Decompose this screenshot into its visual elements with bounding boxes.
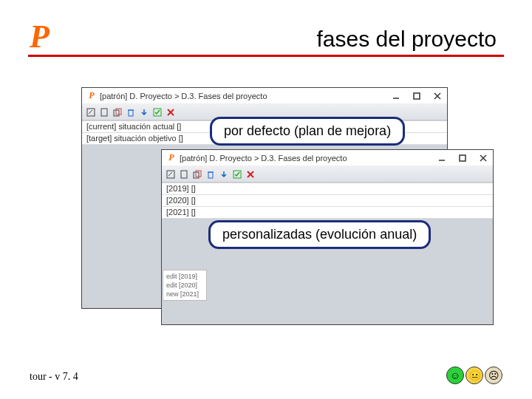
close-icon[interactable] bbox=[477, 151, 490, 165]
down-icon[interactable] bbox=[138, 106, 150, 118]
svg-rect-4 bbox=[87, 109, 95, 116]
svg-rect-21 bbox=[208, 172, 213, 178]
window-front-titlebar[interactable]: P [patrón] D. Proyecto > D.3. Fases del … bbox=[162, 150, 493, 166]
window-front-title: [patrón] D. Proyecto > D.3. Fases del pr… bbox=[180, 154, 347, 163]
app-icon: P bbox=[86, 91, 97, 101]
down-icon[interactable] bbox=[218, 168, 230, 180]
window-back-title: [patrón] D. Proyecto > D.3. Fases del pr… bbox=[100, 92, 267, 100]
svg-rect-18 bbox=[181, 171, 187, 178]
history-row: edit [2019] bbox=[166, 272, 203, 281]
header-divider bbox=[28, 55, 504, 57]
footer-version: tour - v 7. 4 bbox=[30, 371, 78, 383]
svg-rect-17 bbox=[167, 171, 174, 178]
history-box: edit [2019] edit [2020] new [2021] bbox=[163, 270, 207, 301]
direct-icon[interactable] bbox=[231, 168, 243, 180]
window-back-titlebar[interactable]: P [patrón] D. Proyecto > D.3. Fases del … bbox=[82, 88, 447, 104]
close-icon[interactable] bbox=[431, 89, 444, 103]
callout-custom: personalizadas (evolución anual) bbox=[208, 220, 431, 249]
svg-rect-1 bbox=[414, 93, 420, 99]
callout-default-label: por defecto (plan de mejora) bbox=[224, 123, 391, 138]
close-action-icon[interactable] bbox=[165, 106, 177, 118]
svg-rect-14 bbox=[460, 155, 466, 161]
history-row: new [2021] bbox=[166, 290, 203, 299]
svg-rect-8 bbox=[129, 110, 133, 116]
history-row: edit [2020] bbox=[166, 281, 203, 290]
app-icon: P bbox=[166, 153, 177, 163]
face-sad-icon[interactable]: ☹ bbox=[485, 366, 502, 384]
close-action-icon[interactable] bbox=[245, 168, 256, 180]
copy-icon[interactable] bbox=[191, 168, 203, 180]
minimize-icon[interactable] bbox=[435, 151, 449, 165]
window-front-toolbar bbox=[162, 166, 493, 183]
page-title: fases del proyecto bbox=[317, 27, 497, 52]
list-item[interactable]: [2021] [] bbox=[162, 207, 493, 219]
copy-icon[interactable] bbox=[112, 106, 123, 118]
callout-custom-label: personalizadas (evolución anual) bbox=[222, 227, 417, 242]
face-neutral-icon[interactable]: 😐 bbox=[466, 366, 483, 384]
delete-icon[interactable] bbox=[205, 168, 216, 180]
delete-icon[interactable] bbox=[125, 106, 137, 118]
edit-icon[interactable] bbox=[165, 168, 177, 180]
direct-icon[interactable] bbox=[151, 106, 163, 118]
edit-icon[interactable] bbox=[85, 106, 97, 118]
list-item[interactable]: [2019] [] bbox=[162, 183, 493, 195]
new-icon[interactable] bbox=[178, 168, 190, 180]
callout-default: por defecto (plan de mejora) bbox=[210, 117, 405, 146]
maximize-icon[interactable] bbox=[410, 89, 423, 103]
window-front-list: [2019] [] [2020] [] [2021] [] bbox=[162, 183, 493, 219]
list-item[interactable]: [2020] [] bbox=[162, 195, 493, 207]
minimize-icon[interactable] bbox=[389, 89, 403, 103]
app-logo: P bbox=[30, 21, 50, 53]
maximize-icon[interactable] bbox=[456, 151, 469, 165]
new-icon[interactable] bbox=[98, 106, 110, 118]
face-happy-icon[interactable]: ☺ bbox=[446, 366, 464, 384]
feedback-faces: ☺ 😐 ☹ bbox=[446, 366, 502, 384]
svg-rect-5 bbox=[101, 109, 107, 116]
